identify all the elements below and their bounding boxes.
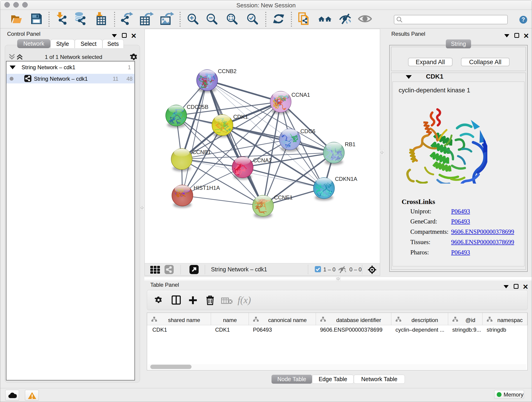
svg-text:CDC25B: CDC25B bbox=[187, 104, 209, 110]
svg-text:?: ? bbox=[521, 16, 525, 23]
svg-text:HIST1H1A: HIST1H1A bbox=[194, 185, 220, 191]
svg-text:CDK1: CDK1 bbox=[233, 114, 248, 120]
svg-text:CDC6: CDC6 bbox=[300, 128, 315, 134]
svg-text:CCNA2: CCNA2 bbox=[253, 157, 272, 163]
svg-text:CCNE1: CCNE1 bbox=[274, 194, 293, 201]
svg-text:CDKN1A: CDKN1A bbox=[335, 176, 357, 182]
svg-text:RB1: RB1 bbox=[345, 141, 355, 147]
svg-text:CCNA1: CCNA1 bbox=[291, 92, 310, 98]
svg-text:CCNB2: CCNB2 bbox=[218, 68, 236, 74]
svg-text:CCNB1: CCNB1 bbox=[192, 149, 211, 155]
